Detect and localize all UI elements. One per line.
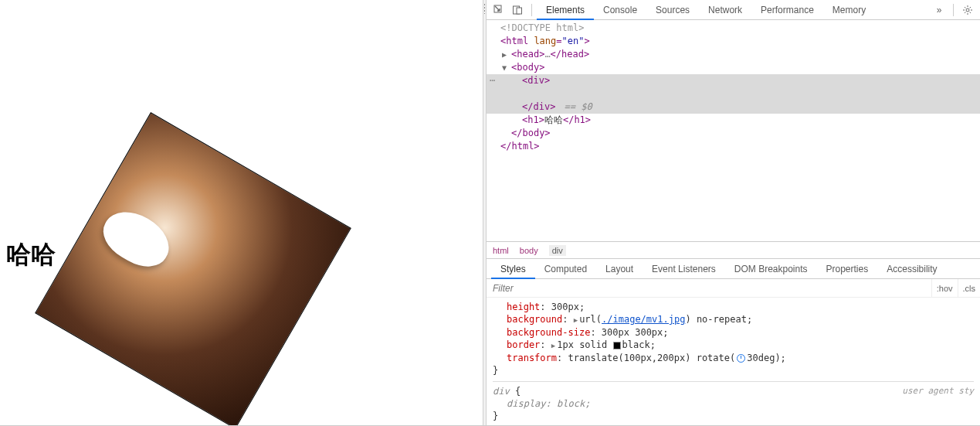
app-root: 哈哈 Elements Console Sources Network Perf… (0, 0, 980, 426)
styles-tabbar: Styles Computed Layout Event Listeners D… (487, 259, 980, 279)
expand-triangle-icon[interactable]: ▶ (574, 314, 578, 326)
crumb-html[interactable]: html (493, 246, 509, 255)
tabbar-separator-2 (953, 4, 954, 16)
dom-h1-close: h1 (574, 114, 585, 125)
hov-toggle[interactable]: :hov (931, 279, 958, 297)
tabbar-separator (531, 4, 532, 16)
css-val-border-w[interactable]: 1px solid (557, 339, 607, 350)
dom-selected-node[interactable]: ⋯ <div> </div> == $0 (487, 74, 980, 114)
css-val-rot-suf: ) (775, 353, 780, 363)
css-prop-background[interactable]: background (507, 314, 562, 325)
device-toggle-icon[interactable] (508, 2, 527, 19)
dom-attr-name: lang (534, 36, 556, 46)
styles-body[interactable]: height: 300px; background: ▶url(./image/… (487, 298, 980, 425)
css-val-rot-ang[interactable]: 30deg (747, 353, 775, 363)
dom-ellipsis: … (544, 49, 550, 60)
dom-head-close: head (561, 49, 584, 60)
dom-body[interactable]: body (517, 62, 539, 73)
page-h1: 哈哈 (6, 238, 56, 272)
css-val-trans-a[interactable]: translate(100px,200px) (568, 353, 690, 363)
dom-h1-text: 哈哈 (544, 114, 563, 125)
dom-breadcrumb: html body div (487, 241, 980, 258)
dom-html-close: html (511, 141, 534, 152)
ua-val-display: block (557, 398, 585, 409)
css-prop-height[interactable]: height (507, 302, 540, 312)
css-val-border-c[interactable]: black (622, 339, 650, 350)
styles-panel: Styles Computed Layout Event Listeners D… (487, 258, 980, 425)
css-val-rot-pre: rotate( (697, 353, 736, 363)
css-prop-bgsize[interactable]: background-size (507, 327, 590, 338)
styles-filter-input[interactable] (487, 279, 931, 297)
page-viewport: 哈哈 (0, 0, 483, 425)
tab-memory[interactable]: Memory (823, 0, 875, 20)
ltab-properties[interactable]: Properties (817, 259, 878, 279)
svg-point-3 (966, 9, 969, 12)
more-tabs-icon[interactable]: » (930, 2, 948, 19)
ua-selector: div (493, 386, 510, 397)
ua-rule: user agent sty div { display: block; } (493, 381, 974, 422)
tab-sources[interactable]: Sources (646, 0, 699, 20)
ltab-event-listeners[interactable]: Event Listeners (643, 259, 725, 279)
dom-h1[interactable]: h1 (527, 114, 538, 125)
tab-console[interactable]: Console (594, 0, 646, 20)
inspect-icon[interactable] (490, 2, 508, 19)
css-prop-transform[interactable]: transform (507, 353, 557, 363)
css-val-bg-urlsuf: ) (685, 314, 690, 325)
collapse-arrow-icon[interactable]: ▼ (502, 61, 510, 74)
dom-attr-val: "en" (562, 36, 585, 46)
crumb-div[interactable]: div (549, 245, 566, 256)
dom-div-open: div (527, 75, 544, 86)
dom-eq-dollar0: == $0 (558, 101, 592, 112)
tab-elements[interactable]: Elements (537, 0, 594, 20)
tab-network[interactable]: Network (699, 0, 751, 20)
dom-head[interactable]: head (517, 49, 539, 60)
dom-div-close: div (533, 101, 550, 112)
ltab-dom-breakpoints[interactable]: DOM Breakpoints (725, 259, 817, 279)
angle-clock-icon[interactable] (737, 354, 745, 363)
devtools-tabbar: Elements Console Sources Network Perform… (487, 0, 980, 20)
settings-gear-icon[interactable] (958, 2, 977, 19)
tab-performance[interactable]: Performance (751, 0, 823, 20)
dom-doctype: <!DOCTYPE html> (500, 22, 584, 33)
ua-prop-display: display (507, 398, 546, 409)
dom-body-close: body (522, 128, 544, 138)
css-val-bg-urlpre: url( (579, 314, 602, 325)
css-val-height[interactable]: 300px (551, 302, 579, 312)
styles-filter-row: :hov .cls (487, 279, 980, 298)
gutter-dots-icon[interactable]: ⋯ (490, 74, 495, 87)
devtools-panel: Elements Console Sources Network Perform… (487, 0, 980, 425)
css-prop-border[interactable]: border (507, 339, 540, 350)
css-val-bgsize[interactable]: 300px 300px (602, 327, 663, 338)
ltab-computed[interactable]: Computed (535, 259, 596, 279)
svg-rect-2 (517, 8, 522, 14)
dom-html-open[interactable]: html (506, 36, 528, 46)
expand-triangle-icon-2[interactable]: ▶ (551, 339, 555, 352)
dom-tree[interactable]: <!DOCTYPE html> <html lang="en"> ▶<head>… (487, 20, 980, 241)
color-swatch-icon[interactable] (613, 342, 621, 349)
ltab-layout[interactable]: Layout (596, 259, 643, 279)
expand-arrow-icon[interactable]: ▶ (502, 48, 510, 61)
rotated-div (35, 112, 351, 425)
css-url-link[interactable]: ./image/mv1.jpg (602, 314, 685, 325)
crumb-body[interactable]: body (520, 246, 538, 255)
cls-toggle[interactable]: .cls (958, 279, 981, 297)
ua-label: user agent sty (902, 385, 974, 397)
css-val-bg-repeat[interactable]: no-repeat (697, 314, 747, 325)
ltab-styles[interactable]: Styles (491, 259, 535, 279)
ltab-accessibility[interactable]: Accessibility (877, 259, 946, 279)
